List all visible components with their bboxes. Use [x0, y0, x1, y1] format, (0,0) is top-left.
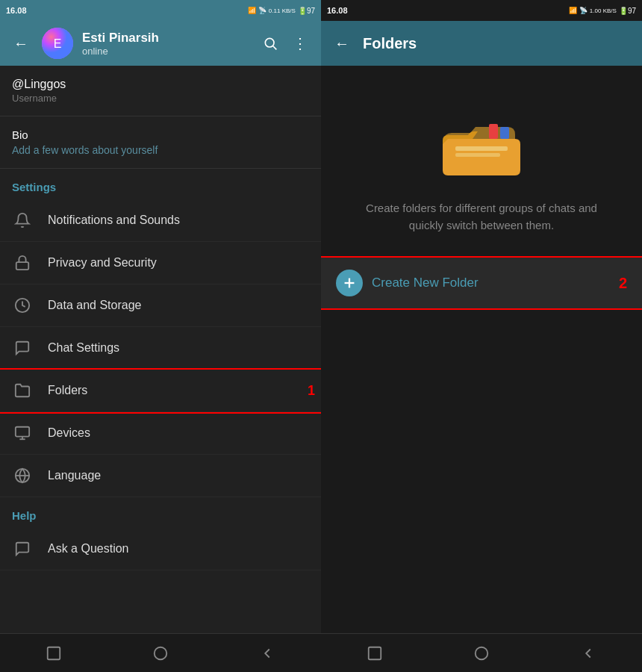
privacy-label: Privacy and Security: [48, 256, 157, 270]
svg-point-2: [265, 38, 274, 47]
battery-left: 🔋97: [298, 7, 315, 15]
header-actions: ⋮: [258, 31, 312, 55]
settings-header: Settings: [0, 169, 321, 199]
menu-item-language[interactable]: Language: [0, 455, 321, 497]
folder-illustration: [437, 111, 526, 185]
status-bar-right: 16.08 📶 📡 1.00 KB/S 🔋97: [321, 0, 642, 21]
wifi-icon: 📡: [258, 7, 267, 14]
nav-back-left[interactable]: [249, 638, 286, 668]
kb-left: 0.11 KB/S: [269, 7, 296, 14]
step-2-badge: 2: [619, 275, 627, 292]
chat-label: Chat Settings: [48, 341, 119, 355]
menu-item-notifications[interactable]: Notifications and Sounds: [0, 199, 321, 242]
menu-item-devices[interactable]: Devices: [0, 412, 321, 455]
menu-item-ask[interactable]: Ask a Question: [0, 528, 321, 570]
nav-square-right[interactable]: [356, 638, 393, 668]
notifications-icon: [12, 210, 33, 231]
signal-icon: 📶: [248, 7, 256, 14]
more-button[interactable]: ⋮: [288, 31, 312, 55]
menu-item-privacy[interactable]: Privacy and Security: [0, 242, 321, 284]
create-folder-button[interactable]: Create New Folder 2: [321, 258, 642, 308]
data-icon: [12, 295, 33, 316]
avatar: E: [42, 28, 73, 59]
back-button-right[interactable]: ←: [330, 31, 354, 55]
create-folder-label: Create New Folder: [372, 276, 479, 290]
svg-rect-16: [455, 153, 500, 157]
svg-rect-19: [368, 647, 381, 659]
status-bar-left: 16.08 📶 📡 0.11 KB/S 🔋97: [0, 0, 321, 21]
svg-rect-11: [47, 647, 60, 659]
step-1-badge: 1: [308, 383, 315, 399]
svg-point-12: [155, 647, 167, 659]
svg-line-3: [273, 46, 277, 50]
privacy-icon: [12, 252, 33, 273]
chat-icon: [12, 337, 33, 358]
time-left: 16.08: [6, 6, 27, 15]
folders-label: Folders: [48, 384, 87, 397]
user-name: Esti Pinarsih: [82, 31, 249, 46]
notifications-label: Notifications and Sounds: [48, 214, 180, 227]
language-icon: [12, 465, 33, 486]
time-right: 16.08: [327, 6, 348, 15]
profile-section: @Linggos Username: [0, 66, 321, 116]
signal-icon-right: 📶: [569, 7, 577, 14]
folders-icon: [12, 380, 33, 401]
wifi-icon-right: 📡: [579, 7, 588, 14]
svg-rect-13: [489, 124, 498, 139]
svg-rect-15: [455, 146, 508, 151]
svg-rect-14: [500, 127, 509, 139]
ask-icon: [12, 538, 33, 559]
menu-item-folders[interactable]: Folders 1: [0, 370, 321, 412]
status-icons-right: 📶 📡 1.00 KB/S 🔋97: [569, 7, 636, 15]
nav-back-right[interactable]: [570, 638, 607, 668]
username: @Linggos: [12, 78, 309, 91]
folders-content: Create folders for different groups of c…: [321, 66, 642, 633]
search-button[interactable]: [258, 31, 282, 55]
back-button-left[interactable]: ←: [9, 31, 33, 55]
status-icons-left: 📶 📡 0.11 KB/S 🔋97: [248, 7, 315, 15]
bio-section[interactable]: Bio Add a few words about yourself: [0, 116, 321, 169]
folders-title: Folders: [363, 35, 633, 52]
svg-rect-6: [16, 427, 29, 437]
language-label: Language: [48, 469, 101, 482]
left-panel: 16.08 📶 📡 0.11 KB/S 🔋97 ← E: [0, 0, 321, 672]
kb-right: 1.00 KB/S: [590, 7, 617, 14]
plus-icon: [336, 270, 363, 296]
devices-label: Devices: [48, 426, 90, 440]
svg-text:E: E: [54, 37, 62, 50]
menu-item-data[interactable]: Data and Storage: [0, 284, 321, 327]
nav-circle-left[interactable]: [142, 638, 179, 668]
bio-text: Add a few words about yourself: [12, 144, 309, 156]
nav-bar-right: [321, 633, 642, 672]
header-info: Esti Pinarsih online: [82, 31, 249, 57]
svg-rect-4: [16, 262, 29, 270]
header-right: ← Folders: [321, 21, 642, 66]
nav-bar-left: [0, 633, 321, 672]
nav-square-left[interactable]: [35, 638, 72, 668]
right-panel: 16.08 📶 📡 1.00 KB/S 🔋97 ← Folders: [321, 0, 642, 672]
username-label: Username: [12, 93, 309, 104]
devices-icon: [12, 423, 33, 444]
nav-circle-right[interactable]: [463, 638, 500, 668]
svg-point-20: [476, 647, 488, 659]
battery-right: 🔋97: [619, 7, 636, 15]
folder-description: Create folders for different groups of c…: [321, 200, 642, 234]
bio-title: Bio: [12, 128, 309, 141]
data-label: Data and Storage: [48, 299, 141, 312]
ask-label: Ask a Question: [48, 542, 129, 556]
menu-item-chat[interactable]: Chat Settings: [0, 327, 321, 370]
help-header: Help: [0, 497, 321, 528]
header-left: ← E Esti Pinarsih online: [0, 21, 321, 66]
user-status: online: [82, 46, 249, 57]
